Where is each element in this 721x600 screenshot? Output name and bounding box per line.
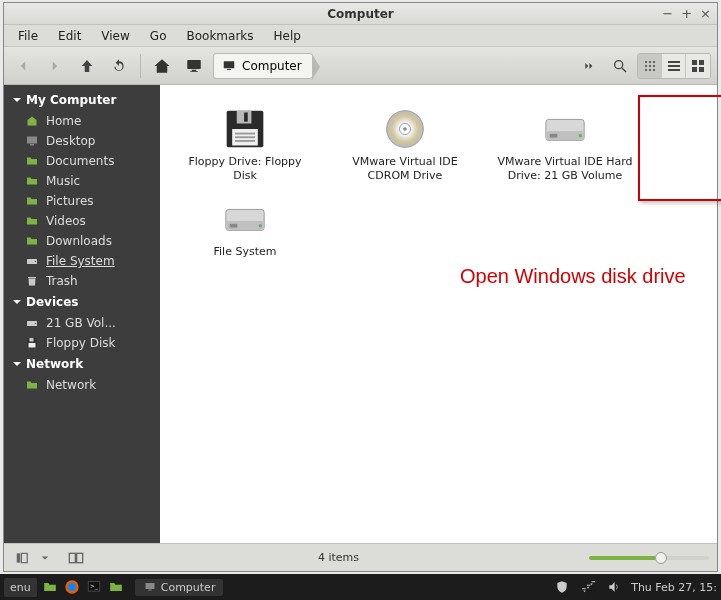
sidebar-item-documents[interactable]: Documents	[4, 151, 160, 171]
maximize-button[interactable]: +	[681, 6, 692, 21]
computer-icon	[143, 581, 157, 593]
menu-edit[interactable]: Edit	[50, 27, 89, 45]
sidebar-section-devices[interactable]: Devices	[4, 291, 160, 313]
titlebar[interactable]: Computer − + ×	[4, 3, 717, 25]
sidebar-section-network[interactable]: Network	[4, 353, 160, 375]
svg-rect-50	[17, 553, 21, 562]
sidebar-item-floppy[interactable]: Floppy Disk	[4, 333, 160, 353]
back-button[interactable]	[10, 53, 36, 79]
svg-rect-4	[227, 68, 231, 69]
zoom-slider[interactable]	[589, 553, 709, 563]
window-body: My Computer Home Desktop Documents Music…	[4, 85, 717, 543]
list-view-button[interactable]	[662, 54, 686, 78]
music-icon	[24, 174, 40, 188]
tray-volume-icon[interactable]	[605, 578, 623, 596]
item-filesystem[interactable]: File System	[170, 189, 320, 265]
svg-point-10	[645, 65, 647, 67]
sidebar-section-label: My Computer	[26, 93, 116, 107]
sidebar-item-volume[interactable]: 21 GB Vol...	[4, 313, 160, 333]
svg-rect-0	[187, 60, 201, 69]
sidebar-item-trash[interactable]: Trash	[4, 271, 160, 291]
sidebar-item-music[interactable]: Music	[4, 171, 160, 191]
svg-rect-53	[77, 553, 83, 562]
svg-rect-2	[190, 71, 198, 72]
svg-point-7	[645, 61, 647, 63]
reload-button[interactable]	[106, 53, 132, 79]
location-bar[interactable]: Computer	[213, 53, 313, 79]
menu-button-fragment[interactable]: enu	[4, 578, 37, 597]
computer-button[interactable]	[181, 53, 207, 79]
item-cdrom[interactable]: VMware Virtual IDE CDROM Drive	[330, 99, 480, 189]
sidebar-item-downloads[interactable]: Downloads	[4, 231, 160, 251]
icon-view-button[interactable]	[638, 54, 662, 78]
split-view-button[interactable]	[64, 548, 88, 568]
tray-network-icon[interactable]	[579, 578, 597, 596]
window-title: Computer	[327, 7, 393, 21]
svg-rect-49	[230, 223, 238, 227]
toolbar-right	[577, 53, 711, 79]
sidebar[interactable]: My Computer Home Desktop Documents Music…	[4, 85, 160, 543]
search-button[interactable]	[607, 53, 633, 79]
svg-rect-16	[668, 61, 680, 63]
sidebar-section-mycomputer[interactable]: My Computer	[4, 89, 160, 111]
tray-shield-icon[interactable]	[553, 578, 571, 596]
firefox-launcher-icon[interactable]	[63, 578, 81, 596]
svg-rect-37	[235, 136, 255, 138]
taskbar-right: Thu Feb 27, 15:	[553, 578, 717, 596]
home-button[interactable]	[149, 53, 175, 79]
item-hdd-volume[interactable]: VMware Virtual IDE Hard Drive: 21 GB Vol…	[490, 99, 640, 189]
chevron-down-icon	[12, 95, 22, 105]
floppy-icon	[24, 336, 40, 350]
svg-rect-36	[235, 133, 255, 135]
item-label: File System	[214, 245, 277, 259]
clock[interactable]: Thu Feb 27, 15:	[631, 581, 717, 594]
menu-bookmarks[interactable]: Bookmarks	[178, 27, 261, 45]
taskbar[interactable]: enu >_ Computer Thu Feb 27, 15:	[0, 574, 721, 600]
svg-rect-45	[550, 134, 558, 138]
sidebar-item-pictures[interactable]: Pictures	[4, 191, 160, 211]
menu-view[interactable]: View	[93, 27, 137, 45]
compact-view-button[interactable]	[686, 54, 710, 78]
svg-rect-21	[692, 67, 697, 72]
forward-button[interactable]	[42, 53, 68, 79]
menu-go[interactable]: Go	[142, 27, 175, 45]
svg-point-48	[259, 224, 262, 227]
sidebar-item-desktop[interactable]: Desktop	[4, 131, 160, 151]
svg-point-13	[645, 69, 647, 71]
svg-rect-24	[30, 144, 34, 146]
sidepane-dropdown-button[interactable]	[36, 548, 54, 568]
home-icon	[24, 114, 40, 128]
sidebar-item-network[interactable]: Network	[4, 375, 160, 395]
files-launcher-icon[interactable]	[41, 578, 59, 596]
minimize-button[interactable]: −	[662, 6, 673, 21]
close-button[interactable]: ×	[700, 6, 711, 21]
toolbar: Computer	[4, 47, 717, 85]
svg-rect-1	[192, 69, 197, 71]
sidepane-toggle-button[interactable]	[12, 548, 32, 568]
item-floppy[interactable]: Floppy Drive: Floppy Disk	[170, 99, 320, 189]
svg-text:>_: >_	[90, 583, 98, 590]
taskbar-app-computer[interactable]: Computer	[135, 579, 224, 596]
separator	[140, 54, 141, 78]
menu-help[interactable]: Help	[266, 27, 309, 45]
desktop-icon	[24, 134, 40, 148]
main-pane[interactable]: Floppy Drive: Floppy Disk VMware Virtual…	[160, 85, 717, 543]
sidebar-item-home[interactable]: Home	[4, 111, 160, 131]
up-button[interactable]	[74, 53, 100, 79]
svg-rect-52	[69, 553, 75, 562]
item-label: Floppy Drive: Floppy Disk	[176, 155, 314, 183]
svg-point-14	[649, 69, 651, 71]
pathbar-toggle-button[interactable]	[577, 53, 603, 79]
svg-point-12	[653, 65, 655, 67]
folder-launcher-icon[interactable]	[107, 578, 125, 596]
svg-rect-58	[145, 583, 154, 589]
terminal-launcher-icon[interactable]: >_	[85, 578, 103, 596]
annotation-text: Open Windows disk drive	[460, 265, 686, 288]
svg-rect-3	[224, 61, 235, 68]
trash-icon	[24, 274, 40, 288]
sidebar-item-videos[interactable]: Videos	[4, 211, 160, 231]
sidebar-item-filesystem[interactable]: File System	[4, 251, 160, 271]
menu-file[interactable]: File	[10, 27, 46, 45]
cdrom-icon	[381, 105, 429, 153]
svg-point-9	[653, 61, 655, 63]
